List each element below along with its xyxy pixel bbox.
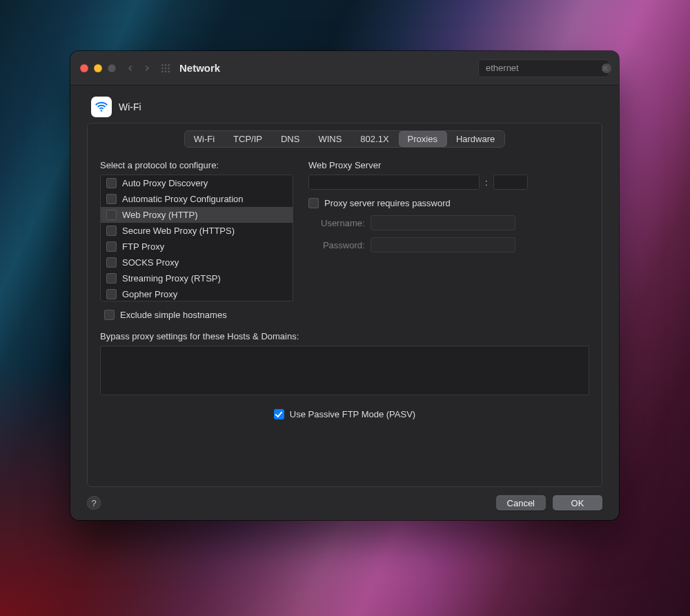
- protocol-checkbox[interactable]: [106, 210, 117, 220]
- search-input[interactable]: [486, 63, 602, 73]
- grid-icon: [160, 63, 171, 74]
- back-button[interactable]: [126, 63, 135, 73]
- requires-password-label: Proxy server requires password: [324, 198, 451, 208]
- exclude-hostnames-checkbox[interactable]: [104, 310, 115, 320]
- select-protocol-label: Select a protocol to configure:: [100, 160, 293, 170]
- dialog-footer: ? Cancel OK: [87, 495, 602, 510]
- close-window-button[interactable]: [80, 64, 88, 72]
- protocol-row[interactable]: Streaming Proxy (RTSP): [101, 270, 293, 286]
- show-all-button[interactable]: [160, 63, 171, 74]
- proxy-details-column: Web Proxy Server : Proxy server requires…: [308, 160, 589, 320]
- search-field[interactable]: [478, 59, 609, 77]
- svg-point-13: [101, 110, 103, 112]
- wifi-glyph-icon: [94, 99, 109, 115]
- exclude-hostnames-row[interactable]: Exclude simple hostnames: [104, 310, 293, 320]
- settings-tabs: Wi-FiTCP/IPDNSWINS802.1XProxiesHardware: [184, 130, 506, 148]
- protocol-row[interactable]: Web Proxy (HTTP): [101, 207, 293, 223]
- protocol-label: Streaming Proxy (RTSP): [122, 273, 221, 284]
- protocol-list[interactable]: Auto Proxy DiscoveryAutomatic Proxy Conf…: [100, 175, 293, 301]
- exclude-hostnames-label: Exclude simple hostnames: [120, 310, 227, 320]
- zoom-window-button: [108, 64, 116, 72]
- svg-point-3: [161, 67, 164, 69]
- protocol-label: Automatic Proxy Configuration: [122, 194, 244, 204]
- bypass-label: Bypass proxy settings for these Hosts & …: [100, 331, 589, 341]
- tab-hardware[interactable]: Hardware: [447, 131, 504, 147]
- tab-wins[interactable]: WINS: [309, 131, 351, 147]
- window-title: Network: [179, 62, 220, 74]
- protocol-label: Secure Web Proxy (HTTPS): [122, 226, 235, 236]
- protocol-row[interactable]: Secure Web Proxy (HTTPS): [101, 223, 293, 239]
- protocol-row[interactable]: Gopher Proxy: [101, 286, 293, 301]
- svg-point-6: [161, 70, 164, 72]
- chevron-right-icon: [142, 63, 152, 73]
- svg-point-8: [168, 70, 170, 72]
- proxies-columns: Select a protocol to configure: Auto Pro…: [100, 160, 589, 320]
- protocol-checkbox[interactable]: [106, 273, 117, 284]
- preferences-window: Network Wi-Fi Wi-FiTCP/IPDNSWINS: [70, 51, 619, 520]
- svg-point-1: [165, 64, 167, 66]
- protocol-label: Web Proxy (HTTP): [122, 210, 198, 220]
- protocol-checkbox[interactable]: [106, 257, 117, 268]
- minimize-window-button[interactable]: [94, 64, 102, 72]
- protocol-row[interactable]: Automatic Proxy Configuration: [101, 191, 293, 207]
- protocol-checkbox[interactable]: [106, 289, 117, 299]
- tab-tcp-ip[interactable]: TCP/IP: [224, 131, 272, 147]
- protocol-row[interactable]: Auto Proxy Discovery: [101, 175, 293, 191]
- proxy-port-input[interactable]: [493, 175, 528, 190]
- protocol-checkbox[interactable]: [106, 178, 117, 188]
- host-port-separator: :: [484, 177, 489, 188]
- tab-dns[interactable]: DNS: [272, 131, 309, 147]
- forward-button[interactable]: [142, 63, 152, 73]
- settings-panel: Wi-FiTCP/IPDNSWINS802.1XProxiesHardware …: [87, 123, 602, 487]
- username-label: Username:: [321, 218, 365, 228]
- titlebar: Network: [70, 51, 619, 86]
- content-area: Wi-Fi Wi-FiTCP/IPDNSWINS802.1XProxiesHar…: [70, 86, 619, 520]
- requires-password-row[interactable]: Proxy server requires password: [308, 198, 589, 208]
- pasv-checkbox[interactable]: [274, 409, 284, 419]
- svg-point-2: [168, 64, 170, 66]
- window-controls: [80, 64, 116, 72]
- interface-name: Wi-Fi: [119, 101, 141, 112]
- proxy-server-label: Web Proxy Server: [308, 160, 589, 170]
- credentials-grid: Username: Password:: [321, 215, 589, 252]
- proxy-host-input[interactable]: [308, 175, 480, 190]
- ok-button[interactable]: OK: [553, 495, 602, 510]
- tab-proxies[interactable]: Proxies: [399, 131, 447, 147]
- pasv-row[interactable]: Use Passive FTP Mode (PASV): [100, 409, 589, 419]
- bypass-textarea[interactable]: [100, 346, 589, 395]
- proxy-server-row: :: [308, 175, 589, 190]
- protocol-column: Select a protocol to configure: Auto Pro…: [100, 160, 293, 320]
- protocol-label: Auto Proxy Discovery: [122, 178, 208, 188]
- x-icon: [602, 63, 609, 73]
- svg-point-0: [161, 64, 164, 66]
- password-label: Password:: [321, 240, 365, 250]
- protocol-label: FTP Proxy: [122, 241, 164, 252]
- svg-point-4: [165, 67, 167, 69]
- pasv-label: Use Passive FTP Mode (PASV): [290, 409, 415, 419]
- cancel-button[interactable]: Cancel: [496, 495, 546, 510]
- protocol-checkbox[interactable]: [106, 194, 117, 204]
- interface-header: Wi-Fi: [87, 97, 602, 117]
- protocol-row[interactable]: FTP Proxy: [101, 239, 293, 255]
- help-button[interactable]: ?: [87, 496, 101, 510]
- tab-802-1x[interactable]: 802.1X: [351, 131, 398, 147]
- svg-point-7: [165, 70, 167, 72]
- nav-arrows: [126, 63, 152, 73]
- svg-point-5: [168, 67, 170, 69]
- password-input[interactable]: [371, 237, 515, 252]
- protocol-label: SOCKS Proxy: [122, 257, 179, 268]
- wifi-icon: [91, 97, 112, 117]
- clear-search-button[interactable]: [602, 63, 611, 73]
- protocol-checkbox[interactable]: [106, 226, 117, 236]
- chevron-left-icon: [126, 63, 135, 73]
- username-input[interactable]: [371, 215, 515, 230]
- requires-password-checkbox[interactable]: [308, 198, 319, 208]
- protocol-checkbox[interactable]: [106, 241, 117, 252]
- tab-wi-fi[interactable]: Wi-Fi: [185, 131, 224, 147]
- protocol-label: Gopher Proxy: [122, 289, 177, 299]
- protocol-row[interactable]: SOCKS Proxy: [101, 255, 293, 270]
